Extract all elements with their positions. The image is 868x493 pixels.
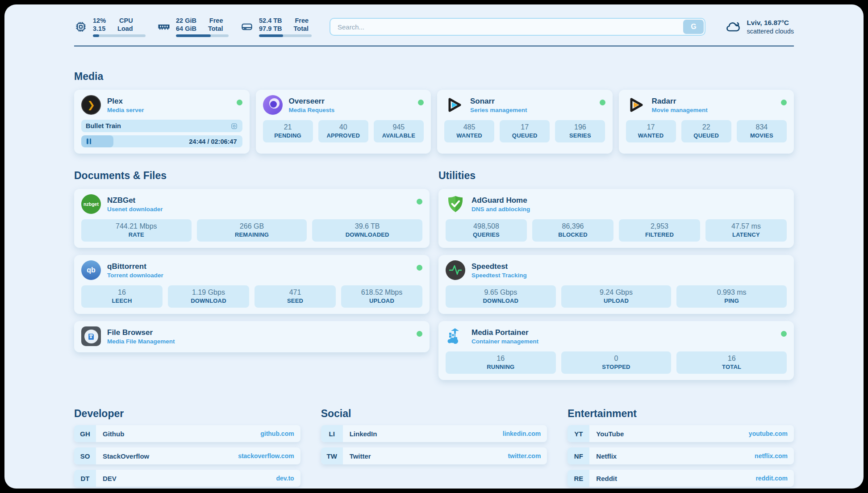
bookmark-abbr: YT xyxy=(568,425,589,442)
bookmark-group-developer: Developer GH Github github.com SO StackO… xyxy=(74,408,300,487)
stat-pill: 498,508QUERIES xyxy=(446,219,527,242)
stat-pill: 39.6 TBDOWNLOADED xyxy=(312,219,422,242)
system-stats: 12% 3.15 CPU Load xyxy=(74,17,312,37)
stat-pill: 0STOPPED xyxy=(561,351,672,374)
bookmark-name: Github xyxy=(103,430,124,438)
app-name: Plex xyxy=(107,97,144,106)
bookmark-name: YouTube xyxy=(596,430,624,438)
qbittorrent-icon: qb xyxy=(81,260,101,280)
utilities-column: Utilities AdGuard Home DNS and adblockin… xyxy=(438,170,794,380)
stat-pill: 16RUNNING xyxy=(446,351,556,374)
dashboard-panel: 12% 3.15 CPU Load xyxy=(4,4,864,489)
bookmark-group-entertainment: Entertainment YT YouTube youtube.com NF … xyxy=(568,408,794,487)
radarr-icon xyxy=(626,95,646,115)
section-title-documents: Documents & Files xyxy=(74,170,430,182)
bookmark-url: github.com xyxy=(260,430,294,437)
bookmark-url: dev.to xyxy=(276,475,294,482)
stat-pill: 1.19 GbpsDOWNLOAD xyxy=(168,285,249,308)
app-card-nzbget[interactable]: nzbget NZBGet Usenet downloader 744.21 M… xyxy=(74,189,430,248)
status-dot xyxy=(781,331,787,337)
section-title-media: Media xyxy=(74,71,794,83)
bookmark-name: StackOverflow xyxy=(103,452,149,460)
overseerr-icon xyxy=(263,95,283,115)
status-dot xyxy=(417,199,422,205)
stat-pill: 17WANTED xyxy=(626,120,676,142)
portainer-icon xyxy=(446,326,465,346)
bookmark-reddit[interactable]: RE Reddit reddit.com xyxy=(568,470,794,487)
stat-pill: 40APPROVED xyxy=(318,120,368,142)
search-engine-button[interactable]: G xyxy=(683,20,704,34)
status-dot xyxy=(418,100,424,105)
stat-pill: 834MOVIES xyxy=(737,120,787,142)
sonarr-icon xyxy=(444,95,464,115)
app-name: Sonarr xyxy=(470,97,527,106)
top-bar: 12% 3.15 CPU Load xyxy=(74,15,794,38)
ram-free-label: Free xyxy=(209,17,223,25)
media-grid: ❯ Plex Media server Bullet Train 24:44 /… xyxy=(74,90,794,154)
topbar-divider xyxy=(74,46,794,46)
bookmark-youtube[interactable]: YT YouTube youtube.com xyxy=(568,425,794,442)
stat-pill: 16LEECH xyxy=(81,285,163,308)
app-subtitle: Container management xyxy=(472,338,538,345)
bookmark-group-title: Developer xyxy=(74,408,300,420)
app-name: Speedtest xyxy=(472,262,527,271)
app-card-speedtest[interactable]: Speedtest Speedtest Tracking 9.65 GbpsDO… xyxy=(438,255,794,314)
speedtest-icon xyxy=(446,260,465,280)
stat-pill: 47.57 msLATENCY xyxy=(705,219,787,242)
cpu-icon xyxy=(74,20,88,33)
status-dot xyxy=(417,331,422,337)
cloud-icon xyxy=(725,19,741,35)
disk-free-label: Free xyxy=(295,17,309,25)
cpu-stat: 12% 3.15 CPU Load xyxy=(74,17,146,37)
app-card-plex[interactable]: ❯ Plex Media server Bullet Train 24:44 /… xyxy=(74,90,250,154)
search-container: G xyxy=(330,18,705,36)
app-subtitle: Media File Management xyxy=(107,338,175,345)
status-dot xyxy=(600,100,605,105)
stat-pill: 485WANTED xyxy=(444,120,494,142)
bookmark-stackoverflow[interactable]: SO StackOverflow stackoverflow.com xyxy=(74,447,300,464)
app-card-filebrowser[interactable]: File Browser Media File Management xyxy=(74,321,430,352)
bookmark-netflix[interactable]: NF Netflix netflix.com xyxy=(568,447,794,464)
documents-column: Documents & Files nzbget NZBGet Usenet d… xyxy=(74,170,430,352)
bookmark-abbr: NF xyxy=(568,447,589,464)
ram-total-value: 64 GiB xyxy=(176,25,196,33)
ram-icon xyxy=(157,20,171,33)
bookmark-name: LinkedIn xyxy=(350,430,377,438)
plex-icon: ❯ xyxy=(81,95,101,115)
app-subtitle: Series management xyxy=(470,107,527,113)
app-card-sonarr[interactable]: Sonarr Series management 485WANTED 17QUE… xyxy=(437,90,613,154)
app-subtitle: Media Requests xyxy=(289,107,335,113)
app-card-adguard[interactable]: AdGuard Home DNS and adblocking 498,508Q… xyxy=(438,189,794,248)
stat-pill: 2,953FILTERED xyxy=(619,219,700,242)
session-settings-icon[interactable] xyxy=(230,122,238,130)
bookmark-name: Reddit xyxy=(596,475,617,482)
app-subtitle: Usenet downloader xyxy=(107,206,163,213)
app-subtitle: Speedtest Tracking xyxy=(472,272,527,279)
bookmark-group-title: Entertainment xyxy=(568,408,794,420)
app-card-portainer[interactable]: Media Portainer Container management 16R… xyxy=(438,321,794,380)
ram-stat: 22 GiB 64 GiB Free Total xyxy=(157,17,229,37)
bookmark-url: reddit.com xyxy=(755,475,788,482)
bookmark-url: youtube.com xyxy=(749,430,788,437)
stat-pill: 9.24 GbpsUPLOAD xyxy=(561,285,672,308)
app-subtitle: Media server xyxy=(107,107,144,113)
ram-total-label: Total xyxy=(208,25,223,33)
bookmark-linkedin[interactable]: LI LinkedIn linkedin.com xyxy=(321,425,547,442)
bookmark-dev[interactable]: DT DEV dev.to xyxy=(74,470,300,487)
bookmark-name: DEV xyxy=(103,475,117,482)
bookmark-group-social: Social LI LinkedIn linkedin.com TW Twitt… xyxy=(321,408,547,487)
bookmark-abbr: RE xyxy=(568,470,589,487)
app-card-radarr[interactable]: Radarr Movie management 17WANTED 22QUEUE… xyxy=(619,90,794,154)
cpu-progress-bar xyxy=(93,34,146,37)
stat-pill: 945AVAILABLE xyxy=(374,120,424,142)
bookmark-abbr: TW xyxy=(321,447,343,464)
app-name: File Browser xyxy=(107,328,175,337)
stat-pill: 266 GBREMAINING xyxy=(197,219,307,242)
search-input[interactable] xyxy=(330,18,705,36)
section-title-utilities: Utilities xyxy=(438,170,794,182)
app-card-qbittorrent[interactable]: qb qBittorrent Torrent downloader 16LEEC… xyxy=(74,255,430,314)
app-card-overseerr[interactable]: Overseerr Media Requests 21PENDING 40APP… xyxy=(256,90,431,154)
bookmark-abbr: LI xyxy=(321,425,343,442)
bookmark-github[interactable]: GH Github github.com xyxy=(74,425,300,442)
bookmark-twitter[interactable]: TW Twitter twitter.com xyxy=(321,447,547,464)
